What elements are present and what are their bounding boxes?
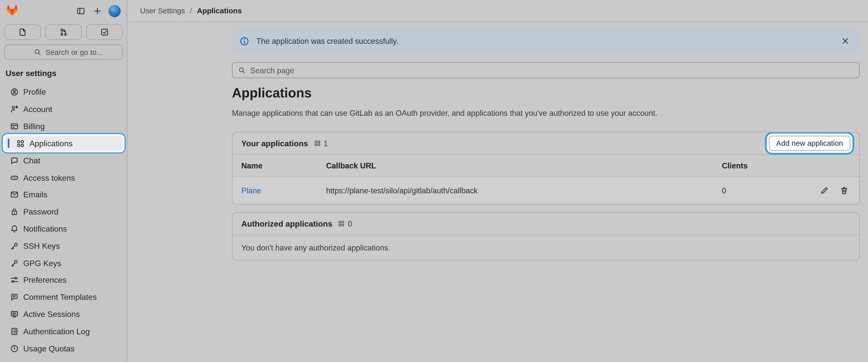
sidebar-item-account[interactable]: Account [0, 101, 127, 118]
application-clients-count: 0 [722, 186, 794, 195]
search-icon [34, 48, 41, 56]
breadcrumb-user-settings[interactable]: User Settings [140, 6, 185, 15]
user-avatar[interactable] [108, 5, 120, 17]
page-title: Applications [232, 85, 312, 101]
global-search-input[interactable]: Search or go to... [4, 44, 123, 60]
gauge-icon [10, 344, 19, 353]
active-item-highlight: Applications [4, 136, 123, 151]
your-applications-count-value: 1 [323, 139, 328, 147]
todo-list-button[interactable] [86, 24, 123, 40]
sidebar-item-billing[interactable]: Billing [0, 118, 127, 135]
sidebar-item-label: Preferences [23, 276, 66, 284]
key-icon [10, 242, 19, 250]
sidebar: Search or go to... User settings Profile… [0, 0, 127, 362]
trash-icon [840, 186, 849, 195]
sidebar-nav: Profile Account Billing Applications Cha… [0, 84, 127, 357]
page-description: Manage applications that can use GitLab … [232, 109, 657, 117]
sidebar-item-notifications[interactable]: Notifications [0, 220, 127, 238]
sidebar-item-label: Notifications [23, 225, 67, 233]
application-row: Plane https://plane-test/silo/api/gitlab… [232, 177, 859, 204]
sidebar-item-emails[interactable]: Emails [0, 186, 127, 203]
sidebar-item-label: Chat [23, 156, 40, 165]
your-applications-card: Your applications 1 Add new application … [232, 132, 860, 204]
page-search-input[interactable]: Search page [232, 62, 860, 78]
global-search-placeholder: Search or go to... [45, 48, 103, 56]
page-search-placeholder: Search page [250, 66, 294, 75]
sidebar-item-gpg-keys[interactable]: GPG Keys [0, 254, 127, 272]
chat-icon [10, 156, 19, 165]
merge-requests-button[interactable] [45, 24, 82, 40]
sidebar-item-label: Emails [23, 190, 47, 199]
key-icon [10, 258, 19, 267]
col-callback-url: Callback URL [326, 161, 722, 170]
search-icon [238, 66, 246, 74]
your-applications-count: 1 [314, 139, 328, 147]
application-name-link[interactable]: Plane [241, 186, 261, 195]
authorized-applications-card: Authorized applications 0 You don't have… [232, 212, 860, 260]
sidebar-item-preferences[interactable]: Preferences [0, 272, 127, 289]
sidebar-item-ssh-keys[interactable]: SSH Keys [0, 238, 127, 254]
sidebar-item-label: Usage Quotas [23, 344, 74, 353]
grid-icon [338, 220, 345, 227]
sidebar-item-label: Password [23, 207, 58, 216]
sidebar-item-label: Billing [23, 122, 44, 131]
sidebar-item-authentication-log[interactable]: Authentication Log [0, 323, 127, 340]
create-new-button[interactable] [92, 5, 103, 17]
sidebar-item-label: Account [23, 105, 52, 114]
grid-icon [314, 140, 321, 147]
sidebar-item-active-sessions[interactable]: Active Sessions [0, 306, 127, 323]
pencil-icon [820, 186, 829, 195]
sidebar-item-access-tokens[interactable]: Access tokens [0, 169, 127, 186]
sidebar-item-label: Profile [23, 88, 46, 97]
sidebar-item-label: Applications [29, 139, 73, 148]
delete-application-button[interactable] [838, 184, 850, 196]
sliders-icon [10, 276, 19, 284]
sidebar-item-label: Comment Templates [23, 293, 97, 302]
issues-button[interactable] [4, 24, 41, 40]
your-applications-header: Your applications 1 Add new application [232, 132, 859, 155]
gitlab-logo-icon[interactable] [6, 4, 18, 17]
alert-close-button[interactable] [839, 34, 852, 48]
top-header: User Settings / Applications [127, 0, 868, 22]
applications-table-body: Plane https://plane-test/silo/api/gitlab… [232, 177, 859, 204]
todo-icon [100, 28, 109, 36]
breadcrumb-applications: Applications [197, 6, 242, 15]
col-name: Name [241, 161, 326, 170]
mail-icon [10, 190, 19, 199]
authorized-applications-empty-text: You don't have any authorized applicatio… [232, 235, 859, 260]
sidebar-item-label: Authentication Log [23, 327, 90, 336]
grid-icon [16, 139, 25, 148]
edit-application-button[interactable] [818, 184, 830, 196]
close-icon [841, 36, 850, 45]
success-alert: The application was created successfully… [232, 29, 860, 53]
user-icon [10, 88, 19, 97]
information-circle-icon [240, 36, 249, 46]
comment-lines-icon [10, 293, 19, 302]
token-icon [10, 173, 19, 182]
authorized-applications-title: Authorized applications [241, 219, 333, 228]
bell-icon [10, 225, 19, 233]
authorized-applications-count-value: 0 [348, 219, 352, 228]
breadcrumb: User Settings / Applications [140, 6, 242, 15]
alert-text: The application was created successfully… [256, 36, 398, 45]
sidebar-item-profile[interactable]: Profile [0, 84, 127, 101]
add-new-application-button[interactable]: Add new application [769, 136, 850, 150]
sidebar-item-usage-quotas[interactable]: Usage Quotas [0, 340, 127, 357]
sidebar-item-label: Access tokens [23, 173, 75, 182]
sidebar-item-comment-templates[interactable]: Comment Templates [0, 288, 127, 306]
sidebar-toggle-button[interactable] [75, 5, 86, 17]
log-icon [10, 327, 19, 336]
applications-table-header: Name Callback URL Clients [232, 155, 859, 177]
col-clients: Clients [722, 161, 794, 170]
lock-icon [10, 207, 19, 216]
user-gear-icon [10, 105, 19, 114]
sidebar-section-title: User settings [5, 69, 56, 78]
sidebar-item-password[interactable]: Password [0, 203, 127, 220]
sidebar-item-applications[interactable]: Applications [2, 133, 126, 154]
merge-request-icon [59, 28, 68, 36]
authorized-applications-header: Authorized applications 0 [232, 213, 859, 235]
sidebar-item-label: Active Sessions [23, 310, 80, 319]
sidebar-item-chat[interactable]: Chat [0, 152, 127, 169]
application-row-actions [794, 184, 850, 196]
your-applications-title: Your applications [241, 139, 308, 147]
